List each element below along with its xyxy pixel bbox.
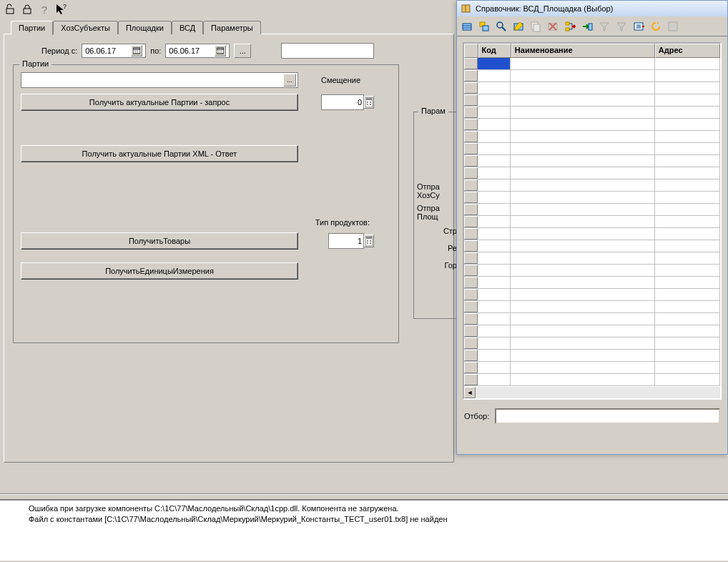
tab-params[interactable]: Параметры — [203, 21, 261, 34]
copy-icon[interactable] — [528, 19, 543, 34]
tab-label: Параметры — [211, 24, 253, 32]
table-row[interactable] — [464, 107, 720, 119]
table-row[interactable] — [464, 94, 720, 107]
table-row[interactable] — [464, 70, 720, 82]
tab-sites[interactable]: Площадки — [118, 21, 172, 34]
table-row[interactable] — [464, 252, 720, 265]
calendar-icon[interactable] — [215, 45, 226, 56]
tab-label: Площадки — [126, 24, 164, 32]
calc-icon[interactable] — [364, 96, 374, 109]
dialog-titlebar[interactable]: Справочник: ВСД_Площадка (Выбор) — [457, 1, 727, 16]
grid-body[interactable]: // handled below — [464, 58, 720, 390]
filter-icon[interactable] — [614, 19, 629, 34]
extra-input[interactable] — [281, 43, 374, 59]
table-row[interactable] — [464, 362, 720, 374]
col-marker[interactable] — [464, 44, 478, 58]
scroll-left-icon[interactable]: ◄ — [464, 387, 476, 398]
table-row[interactable] — [464, 240, 720, 252]
table-row[interactable] — [464, 313, 720, 325]
period-ellipsis-button[interactable]: ... — [234, 44, 251, 58]
party-select-input[interactable]: ... — [21, 72, 298, 88]
book-icon — [461, 4, 471, 14]
lock-closed-icon[interactable] — [20, 2, 34, 16]
ellipsis-label: ... — [240, 46, 246, 55]
col-code[interactable]: Код — [478, 44, 511, 58]
splitter[interactable] — [0, 493, 728, 495]
tab-body: Период с: 06.06.17 по: 06.06.17 ... Парт… — [4, 34, 454, 463]
calc-icon[interactable] — [364, 235, 374, 247]
get-units-button[interactable]: ПолучитьЕдиницыИзмерения — [21, 262, 298, 280]
svg-point-16 — [370, 104, 371, 105]
get-parties-response-button[interactable]: Получить актуальные Партии XML - Ответ — [21, 145, 298, 162]
calendar-icon[interactable] — [131, 45, 142, 56]
table-row[interactable] — [464, 265, 720, 277]
date-from-input[interactable]: 06.06.17 — [82, 44, 146, 58]
cursor-help-icon[interactable]: ? — [54, 2, 69, 16]
mark-delete-icon[interactable] — [546, 19, 560, 34]
col-name[interactable]: Наименование — [511, 44, 655, 58]
table-row[interactable] — [464, 325, 720, 337]
select-all-icon[interactable] — [666, 19, 680, 34]
tab-label: ХозСубъекты — [61, 24, 110, 32]
tab-subjects[interactable]: ХозСубъекты — [53, 21, 118, 34]
svg-rect-12 — [366, 98, 372, 100]
params-legend: Парам — [418, 107, 448, 115]
hierarchy-icon[interactable] — [563, 19, 577, 34]
filter-off-icon[interactable] — [597, 19, 611, 34]
table-row[interactable] — [464, 131, 720, 143]
tab-vsd[interactable]: ВСД — [172, 21, 203, 34]
table-row[interactable] — [464, 167, 720, 179]
move-in-icon[interactable] — [580, 19, 594, 34]
filter-input[interactable] — [495, 408, 720, 424]
get-goods-button[interactable]: ПолучитьТовары — [21, 232, 298, 250]
table-row[interactable] — [464, 301, 720, 313]
svg-rect-42 — [669, 22, 677, 31]
table-row[interactable] — [464, 192, 720, 204]
table-row[interactable] — [464, 350, 720, 362]
table-row[interactable] — [464, 82, 720, 94]
table-row[interactable] — [464, 155, 720, 167]
table-row[interactable] — [464, 58, 720, 70]
svg-rect-0 — [6, 9, 14, 14]
lock-open-icon[interactable] — [3, 2, 17, 16]
product-type-input[interactable]: 1 — [328, 233, 364, 249]
edit-icon[interactable] — [511, 19, 526, 34]
help-icon[interactable]: ? — [37, 2, 51, 16]
svg-rect-40 — [589, 24, 592, 30]
offset-value: 0 — [358, 98, 362, 107]
period-from-label: Период с: — [41, 46, 77, 55]
date-to-input[interactable]: 06.06.17 — [165, 44, 230, 58]
svg-rect-7 — [217, 48, 224, 54]
table-row[interactable] — [464, 143, 720, 155]
ellipsis-button[interactable]: ... — [283, 74, 296, 87]
reference-grid[interactable]: Код Наименование Адрес // handled below … — [463, 42, 722, 400]
sender-subject-label: ОтпраХозСу — [417, 182, 460, 199]
offset-input[interactable]: 0 — [321, 94, 364, 110]
new-line-icon[interactable] — [460, 19, 474, 34]
refresh-icon[interactable] — [649, 19, 663, 34]
table-row[interactable] — [464, 337, 720, 350]
tab-parties[interactable]: Партии — [11, 21, 53, 35]
horizontal-scrollbar[interactable]: ◄ — [464, 387, 720, 398]
history-icon[interactable] — [631, 19, 646, 34]
new-group-icon[interactable] — [477, 19, 491, 34]
table-row[interactable] — [464, 277, 720, 289]
button-label: ПолучитьЕдиницыИзмерения — [105, 267, 214, 275]
svg-point-20 — [370, 240, 371, 242]
get-parties-request-button[interactable]: Получить актуальные Партии - запрос — [21, 94, 298, 111]
svg-rect-18 — [366, 237, 372, 239]
date-to-value: 06.06.17 — [169, 46, 200, 55]
table-row[interactable] — [464, 216, 720, 228]
svg-rect-25 — [463, 24, 471, 30]
table-row[interactable] — [464, 179, 720, 192]
table-row[interactable] — [464, 289, 720, 301]
svg-point-22 — [370, 242, 371, 244]
table-row[interactable] — [464, 374, 720, 386]
table-row[interactable] — [464, 119, 720, 131]
col-address[interactable]: Адрес — [655, 44, 720, 58]
tab-label: Партии — [19, 24, 45, 32]
search-icon[interactable] — [494, 19, 508, 34]
table-row[interactable] — [464, 204, 720, 216]
svg-rect-29 — [483, 26, 488, 31]
table-row[interactable] — [464, 228, 720, 240]
